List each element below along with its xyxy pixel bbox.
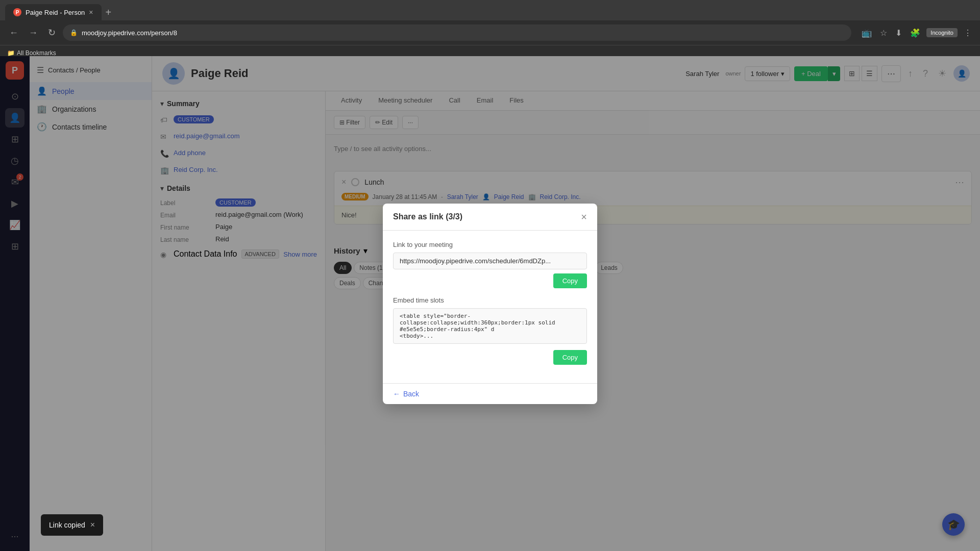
bookmarks-folder-icon: 📁 — [7, 49, 15, 57]
toast-message: Link copied — [49, 521, 85, 529]
back-button[interactable]: ← Back — [393, 390, 419, 398]
tab-close-icon[interactable]: × — [89, 8, 93, 16]
modal-title: Share as link (3/3) — [393, 212, 462, 221]
link-label: Link to your meeting — [393, 241, 587, 248]
toast-close-button[interactable]: × — [90, 520, 95, 530]
menu-icon[interactable]: ⋮ — [962, 26, 974, 40]
modal-body: Link to your meeting Copy Embed time slo… — [383, 231, 597, 383]
tab-title: Paige Reid - Person — [26, 9, 85, 16]
modal-header: Share as link (3/3) × — [383, 204, 597, 231]
modal-close-button[interactable]: × — [581, 212, 587, 222]
lock-icon: 🔒 — [70, 29, 78, 36]
modal-footer: ← Back — [383, 383, 597, 404]
address-bar[interactable]: 🔒 moodjoy.pipedrive.com/person/8 — [63, 24, 851, 41]
copy-link-button[interactable]: Copy — [553, 273, 587, 288]
back-arrow-icon: ← — [393, 390, 400, 398]
reload-button[interactable]: ↻ — [45, 25, 59, 40]
new-tab-button[interactable]: + — [102, 5, 116, 20]
bookmarks-bar-item[interactable]: 📁 All Bookmarks — [7, 49, 56, 57]
toast-notification: Link copied × — [41, 514, 103, 536]
screen-cast-icon: 📺 — [860, 26, 874, 40]
modal-overlay: Share as link (3/3) × Link to your meeti… — [0, 56, 980, 551]
extensions-icon[interactable]: 🧩 — [908, 26, 922, 40]
browser-tab[interactable]: P Paige Reid - Person × — [5, 4, 102, 20]
link-url-input[interactable] — [393, 253, 587, 269]
bookmarks-label: All Bookmarks — [17, 49, 56, 57]
embed-label: Embed time slots — [393, 296, 587, 304]
copy-embed-button[interactable]: Copy — [553, 350, 587, 365]
forward-nav-button[interactable]: → — [26, 26, 41, 40]
back-nav-button[interactable]: ← — [6, 26, 21, 40]
bookmark-icon[interactable]: ☆ — [878, 26, 889, 40]
tab-favicon: P — [13, 8, 21, 16]
embed-code-textarea[interactable]: <table style="border-collapse:collapse;w… — [393, 308, 587, 344]
incognito-badge: Incognito — [926, 28, 958, 37]
back-label: Back — [403, 390, 419, 398]
share-link-modal: Share as link (3/3) × Link to your meeti… — [383, 204, 597, 404]
download-icon[interactable]: ⬇ — [893, 26, 904, 40]
url-display: moodjoy.pipedrive.com/person/8 — [82, 29, 844, 37]
